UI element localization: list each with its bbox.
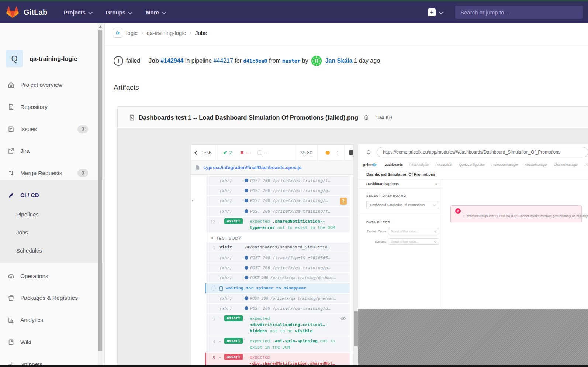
log-row-xhr[interactable]: (xhr)POST 200 /pricefx/qa-training/f…: [206, 207, 350, 216]
job-number-link[interactable]: #142944: [160, 58, 183, 64]
log-row-xhr[interactable]: (xhr)POST 200 /pricefx/qa-training/dashb…: [206, 273, 350, 282]
pricefx-logo[interactable]: pricefx: [363, 162, 377, 167]
scroll-up-arrow-icon[interactable]: [99, 25, 102, 28]
log-section-header[interactable]: ▾TEST BODY: [206, 236, 350, 240]
sidebar-item-analytics[interactable]: Analytics: [0, 311, 104, 329]
pricefx-nav-item[interactable]: ChannelManager: [554, 163, 578, 167]
log-row-assert[interactable]: 12-assertexpected .sharedNotification--t…: [206, 217, 350, 232]
expand-caret-icon[interactable]: ▸: [191, 198, 193, 204]
log-row-assert[interactable]: 4-assertexpected .ant-spin-spinning not …: [206, 336, 350, 352]
log-row-visit[interactable]: 1visit/#/dashboards/Dashboard_Simulatio…: [206, 243, 350, 253]
selector-playground-icon[interactable]: [366, 149, 371, 155]
xhr-status-dot-icon: [245, 276, 248, 279]
dashboard-select[interactable]: Dashboard Simulation Of Promotions: [366, 201, 439, 209]
back-to-tests-button[interactable]: Tests: [191, 145, 217, 160]
sidebar-item-issues[interactable]: Issues 0: [0, 120, 104, 138]
search-input[interactable]: [455, 6, 583, 19]
log-row-xhr[interactable]: (xhr)POST 200 /pricefx/qa-training/p…: [206, 263, 350, 272]
sidebar-item-ci-cd[interactable]: CI / CD: [0, 186, 104, 204]
log-row-xhr[interactable]: (xhr)POST 200 /pricefx/qa-training/d…: [206, 304, 350, 313]
document-icon: [7, 103, 15, 111]
sidebar-item-merge-requests[interactable]: Merge Requests 0: [0, 164, 104, 182]
pending-count[interactable]: --: [257, 150, 267, 155]
pipeline-number-link[interactable]: #44217: [213, 58, 233, 64]
new-item-chevron-icon[interactable]: [439, 10, 444, 14]
sidebar-item-wiki[interactable]: Wiki: [0, 333, 104, 351]
group-avatar-fx[interactable]: fx: [113, 28, 122, 38]
aut-url[interactable]: https://demo.pricefx.eu/app/modules/#/da…: [377, 147, 588, 157]
stop-button[interactable]: [349, 150, 353, 155]
spec-file-link[interactable]: cypress/integration/final/Dashboards.spe…: [203, 165, 301, 170]
breadcrumb-group[interactable]: logic: [126, 30, 138, 36]
cypress-header: Tests ✔2 ✖-- -- 35.80 ↕: [191, 145, 353, 161]
log-row-xhr[interactable]: (xhr)POST 200 /pricefx/qa-training/q…: [206, 186, 350, 195]
pricefx-nav-item[interactable]: PromotionManager: [491, 163, 518, 167]
image-file-icon: [129, 114, 135, 121]
panel-collapse-icon[interactable]: «: [435, 179, 437, 188]
breadcrumb-current[interactable]: Jobs: [195, 30, 207, 36]
new-item-button[interactable]: +: [428, 8, 436, 16]
log-row-xhr[interactable]: (xhr)POST 200 /track/?ip=1&_=1610365…: [206, 253, 350, 263]
sidebar-item-jira[interactable]: Jira: [0, 142, 104, 160]
author-avatar[interactable]: [311, 55, 322, 66]
assert-name: -assert: [219, 354, 250, 360]
sidebar-subitem-schedules[interactable]: Schedules: [0, 243, 104, 258]
gitlab-brand[interactable]: GitLab: [24, 8, 48, 17]
error-close-icon[interactable]: ✕: [455, 208, 461, 214]
gitlab-logo-icon[interactable]: [6, 6, 19, 18]
pricefx-nav-item[interactable]: Dashboards: [385, 163, 403, 167]
command-message: POST 200 /pricefx/qa-training/p…: [245, 265, 347, 271]
reporter-scrollbar-thumb[interactable]: [354, 311, 358, 346]
log-row-assert[interactable]: 5-assertexpected <div.sharedNotification…: [205, 353, 350, 365]
menu-groups[interactable]: Groups: [106, 9, 132, 16]
reporter-scrollbar[interactable]: [354, 144, 358, 365]
passed-count[interactable]: ✔2: [223, 150, 232, 155]
scenario-select[interactable]: Select a filter value...: [388, 238, 439, 245]
project-header[interactable]: Q qa-training-logic: [6, 50, 77, 67]
filter-label: Product Group: [358, 230, 386, 233]
log-row-xhr[interactable]: ▸(xhr)POST 200 /pricefx/qa-training/…2: [206, 196, 350, 206]
breadcrumb-separator-icon: ›: [141, 30, 143, 36]
pricefx-nav-item[interactable]: RebateManager: [525, 163, 547, 167]
external-link-icon: [7, 147, 15, 155]
log-row-assert[interactable]: 3-assertexpected <div#criticalLoading.cr…: [206, 314, 350, 336]
log-row-xhr[interactable]: (xhr)POST 200 /pricefx/qa-training/t…: [206, 176, 350, 185]
breadcrumb-project[interactable]: qa-training-logic: [147, 30, 186, 36]
eye-slash-icon[interactable]: [340, 316, 346, 321]
author-name-link[interactable]: Jan Skála: [325, 58, 352, 64]
commit-sha-link[interactable]: d41c8ea0: [243, 58, 267, 64]
sidebar-item-snippets[interactable]: ✂ Snippets: [0, 356, 104, 365]
window-bottom-edge: [0, 365, 588, 367]
sidebar-item-repository[interactable]: Repository: [0, 98, 104, 116]
dash: -: [219, 354, 221, 360]
xhr-status-dot-icon: [245, 296, 248, 300]
sidebar-scrollbar-thumb[interactable]: [98, 30, 102, 351]
menu-projects[interactable]: Projects: [64, 9, 92, 16]
auto-scroll-indicator-icon[interactable]: [326, 151, 330, 155]
pricefx-nav-item[interactable]: PriceOptimizer: [585, 163, 588, 167]
branch-link[interactable]: master: [282, 58, 300, 64]
product-group-select[interactable]: Select a filter value...: [388, 228, 439, 234]
sidebar-item-project-overview[interactable]: Project overview: [0, 76, 104, 94]
sidebar-subitem-pipelines[interactable]: Pipelines: [0, 207, 104, 222]
sidebar-item-packages[interactable]: Packages & Registries: [0, 289, 104, 307]
sidebar-subitem-jobs[interactable]: Jobs: [0, 225, 104, 240]
log-row-xhr[interactable]: (xhr)POST 200 /pricefx/qa-training/prefm…: [206, 294, 350, 303]
pricefx-nav-item[interactable]: PriceBuilder: [435, 163, 452, 167]
log-line-number: [206, 265, 215, 265]
dashboard-page-title: Dashboard Simulation Of Promotions: [358, 169, 588, 179]
error-notification: ✕ •productGroupFilter : ERROR(@3): Canno…: [450, 205, 582, 222]
log-row-waiting[interactable]: waiting for spinner to disappear: [205, 283, 350, 293]
xhr-status-dot-icon: [245, 256, 248, 260]
command-name: visit: [219, 244, 245, 250]
sidebar-scrollbar[interactable]: [98, 23, 103, 365]
pricefx-nav-item[interactable]: QuoteConfigurator: [459, 163, 485, 167]
failed-count[interactable]: ✖--: [240, 150, 249, 155]
assert-name: -assert: [219, 338, 250, 344]
copy-clipboard-icon[interactable]: [363, 115, 369, 120]
sidebar-item-operations[interactable]: Operations: [0, 267, 104, 285]
pricefx-nav-item[interactable]: PriceAnalyzer: [409, 163, 429, 167]
scroll-toggle-icon[interactable]: ↕: [336, 150, 339, 155]
dashboard-body: Dashboard Options « SELECT DASHBOARD Das…: [358, 179, 588, 309]
menu-more[interactable]: More: [146, 9, 165, 16]
